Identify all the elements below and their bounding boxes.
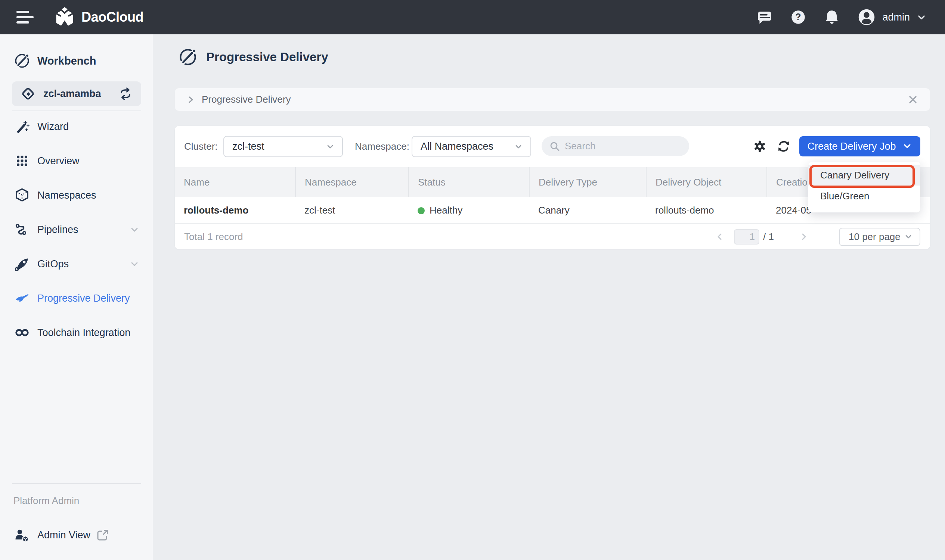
chevron-right-icon[interactable] [796,229,811,244]
sidebar-item-wizard[interactable]: Wizard [0,114,153,139]
sidebar: Workbench zcl-amamba Wizard [0,34,153,560]
cell-delivery-object: rollouts-demo [646,197,767,223]
bell-icon[interactable] [823,9,840,26]
cell-delivery-type: Canary [529,197,646,223]
namespace-value: All Namespaces [421,141,493,152]
cell-status: Healthy [409,197,529,223]
breadcrumb-item[interactable]: Progressive Delivery [202,94,291,105]
message-icon[interactable] [756,9,773,26]
svg-text:?: ? [795,12,801,22]
chevron-right-icon[interactable] [185,94,196,105]
column-header-delivery-object: Delivery Object [646,167,767,197]
cluster-value: zcl-test [232,141,264,152]
search-icon [549,141,560,152]
hamburger-icon[interactable] [17,11,34,23]
page-size-select[interactable]: 10 per page [839,228,920,246]
sidebar-item-admin-view[interactable]: Admin View [0,523,153,547]
swap-workspace-icon[interactable] [118,86,133,101]
platform-admin-label: Platform Admin [14,493,79,508]
chevron-down-icon [128,258,140,270]
status-healthy-dot [418,207,425,214]
create-delivery-dropdown: Canary Delivery Blue/Green [808,162,920,212]
user-menu[interactable]: admin [857,8,927,27]
page-total: / 1 [763,231,774,243]
column-header-status: Status [409,167,529,197]
page-size-value: 10 per page [849,231,900,243]
sidebar-item-overview[interactable]: Overview [0,149,153,173]
chevron-down-icon [325,142,335,152]
sidebar-item-label: Namespaces [37,190,96,201]
sidebar-item-progressive-delivery[interactable]: Progressive Delivery [0,286,153,311]
column-header-delivery-type: Delivery Type [529,167,646,197]
wizard-icon [14,118,31,135]
close-icon[interactable] [906,93,920,106]
sidebar-item-label: Progressive Delivery [37,293,130,304]
chevron-down-icon [903,231,914,242]
sidebar-item-namespaces[interactable]: Namespaces [0,183,153,208]
chevron-down-icon [916,12,927,23]
create-delivery-job-label: Create Delivery Job [807,141,896,152]
namespace-select[interactable]: All Namespaces [412,136,531,157]
namespaces-icon [14,187,31,204]
column-header-name: Name [175,167,296,197]
column-header-namespace: Namespace [296,167,409,197]
chevron-down-icon [513,142,524,152]
toolchain-infinity-icon [14,324,31,341]
sidebar-item-gitops[interactable]: GitOps [0,252,153,276]
namespace-label: Namespace: [355,141,409,152]
sidebar-item-label: Wizard [37,121,69,132]
app-header: DaoCloud ? [0,0,945,34]
cluster-label: Cluster: [184,141,218,152]
chevron-left-icon[interactable] [712,229,727,244]
brand[interactable]: DaoCloud [53,6,143,29]
gear-icon[interactable] [751,138,768,155]
cluster-select[interactable]: zcl-test [224,136,343,157]
help-icon[interactable]: ? [789,9,807,26]
sidebar-item-label: GitOps [37,258,69,270]
admin-view-icon [14,526,31,543]
sidebar-item-pipelines[interactable]: Pipelines [0,217,153,242]
page-title-row: Progressive Delivery [178,47,328,67]
sidebar-item-label: Pipelines [37,224,79,235]
menu-item-canary-delivery[interactable]: Canary Delivery [808,165,920,186]
sidebar-item-label: Admin View [37,529,90,541]
page-number-input[interactable] [734,229,759,245]
username: admin [882,12,910,23]
pipelines-icon [14,221,31,238]
daocloud-logo-icon [53,6,76,29]
sidebar-divider [12,483,141,484]
search-input[interactable] [565,140,677,152]
workspace-icon [20,86,36,102]
progressive-delivery-icon [14,290,31,307]
total-records: Total 1 record [184,231,243,243]
avatar-icon [857,8,876,27]
cell-name[interactable]: rollouts-demo [175,197,296,223]
chevron-down-icon [128,224,140,235]
page-title: Progressive Delivery [206,50,328,64]
sidebar-divider [12,111,141,111]
page-title-icon [178,47,198,67]
toolbar: Cluster: zcl-test Namespace: All Namespa… [175,126,930,167]
sidebar-item-label: Toolchain Integration [37,327,130,338]
table-footer: Total 1 record / 1 10 per page [175,223,930,249]
search-box [542,136,689,156]
sidebar-item-label: Overview [37,155,80,167]
breadcrumb: Progressive Delivery [175,88,930,111]
create-delivery-job-button[interactable]: Create Delivery Job [799,136,920,157]
gitops-rocket-icon [14,255,31,272]
workspace-selector[interactable]: zcl-amamba [12,82,141,106]
sidebar-item-workbench[interactable]: Workbench [0,49,153,73]
brand-name: DaoCloud [82,9,143,25]
refresh-icon[interactable] [775,138,792,155]
sidebar-item-toolchain-integration[interactable]: Toolchain Integration [0,320,153,345]
sidebar-item-label: Workbench [37,55,96,67]
overview-icon [14,152,31,169]
menu-item-blue-green[interactable]: Blue/Green [808,186,920,206]
main-content: Progressive Delivery Progressive Deliver… [153,34,945,560]
external-link-icon [96,529,109,542]
cell-namespace: zcl-test [296,197,409,223]
workspace-name: zcl-amamba [43,88,101,100]
status-text: Healthy [430,205,462,216]
workbench-icon [14,52,31,69]
pagination: / 1 10 per page [712,228,920,246]
